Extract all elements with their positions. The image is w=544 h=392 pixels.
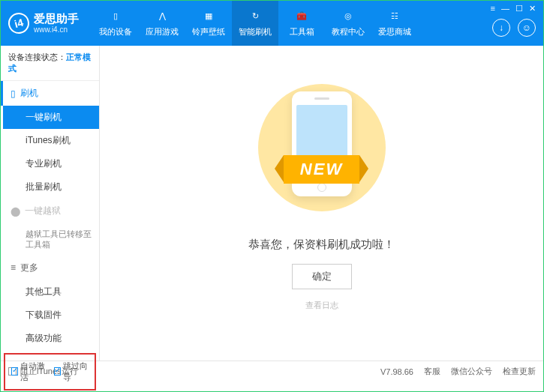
more-icon: ≡ bbox=[11, 262, 16, 273]
sidebar-item-more-2[interactable]: 高级功能 bbox=[3, 327, 99, 350]
banner-text: NEW bbox=[284, 155, 359, 184]
nav-icon: ▦ bbox=[202, 10, 215, 23]
sidebar-section-more[interactable]: ≡ 更多 bbox=[3, 256, 99, 280]
nav-item-5[interactable]: ◎教程中心 bbox=[325, 1, 371, 46]
footer-link-2[interactable]: 检查更新 bbox=[503, 366, 536, 377]
nav-icon: 🧰 bbox=[295, 10, 308, 23]
jailbreak-head-label: 一键越狱 bbox=[25, 205, 61, 217]
flash-head-label: 刷机 bbox=[20, 87, 38, 100]
sidebar: 设备连接状态：正常模式 ▯ 刷机 一键刷机iTunes刷机专业刷机批量刷机 ⬤ … bbox=[1, 46, 100, 361]
sidebar-item-flash-3[interactable]: 批量刷机 bbox=[3, 175, 99, 199]
sidebar-item-flash-0[interactable]: 一键刷机 bbox=[3, 106, 99, 129]
nav-label: 工具箱 bbox=[290, 26, 314, 37]
nav-label: 我的设备 bbox=[99, 26, 132, 37]
checkbox-box[interactable] bbox=[11, 367, 18, 376]
footer-link-1[interactable]: 微信公众号 bbox=[451, 366, 492, 377]
checkbox-box[interactable] bbox=[54, 367, 61, 376]
nav-icon: ◎ bbox=[341, 10, 355, 23]
nav-label: 铃声壁纸 bbox=[192, 26, 225, 37]
nav-item-1[interactable]: ⋀应用游戏 bbox=[139, 1, 185, 46]
sidebar-section-flash[interactable]: ▯ 刷机 bbox=[1, 81, 99, 106]
app-header: i4 爱思助手 www.i4.cn ▯我的设备⋀应用游戏▦铃声壁纸↻智能刷机🧰工… bbox=[1, 1, 543, 46]
logo-icon: i4 bbox=[6, 10, 32, 36]
more-head-label: 更多 bbox=[20, 262, 38, 274]
download-icon[interactable]: ↓ bbox=[492, 19, 510, 37]
phone-icon: ▯ bbox=[11, 88, 16, 99]
user-icon[interactable]: ☺ bbox=[518, 19, 536, 37]
nav-icon: ⋀ bbox=[155, 10, 169, 23]
sidebar-item-more-1[interactable]: 下载固件 bbox=[3, 304, 99, 327]
connection-status: 设备连接状态：正常模式 bbox=[1, 46, 99, 81]
jailbreak-note: 越狱工具已转移至工具箱 bbox=[3, 223, 99, 256]
main-content: NEW 恭喜您，保资料刷机成功啦！ 确定 查看日志 bbox=[100, 46, 543, 361]
success-message: 恭喜您，保资料刷机成功啦！ bbox=[248, 238, 395, 252]
block-itunes-label: 阻止iTunes运行 bbox=[20, 366, 78, 377]
nav-icon: ☷ bbox=[388, 10, 401, 23]
nav-item-4[interactable]: 🧰工具箱 bbox=[278, 1, 325, 46]
sidebar-item-flash-1[interactable]: iTunes刷机 bbox=[3, 129, 99, 152]
success-illustration: NEW bbox=[239, 80, 404, 215]
nav-icon: ↻ bbox=[248, 10, 262, 23]
close-icon[interactable]: ✕ bbox=[529, 4, 536, 13]
window-controls: ≡ — ☐ ✕ bbox=[491, 4, 536, 13]
nav-item-2[interactable]: ▦铃声壁纸 bbox=[185, 1, 232, 46]
sidebar-item-more-0[interactable]: 其他工具 bbox=[3, 280, 99, 304]
conn-label: 设备连接状态： bbox=[8, 52, 66, 61]
top-nav: ▯我的设备⋀应用游戏▦铃声壁纸↻智能刷机🧰工具箱◎教程中心☷爱思商城 bbox=[92, 1, 418, 46]
nav-label: 教程中心 bbox=[332, 26, 365, 37]
nav-icon: ▯ bbox=[109, 10, 122, 23]
footer-link-0[interactable]: 客服 bbox=[424, 366, 440, 377]
logo: i4 爱思助手 www.i4.cn bbox=[8, 12, 79, 34]
sidebar-item-flash-2[interactable]: 专业刷机 bbox=[3, 152, 99, 175]
app-subtitle: www.i4.cn bbox=[34, 25, 79, 34]
view-log-link[interactable]: 查看日志 bbox=[305, 300, 338, 311]
minimize-icon[interactable]: — bbox=[501, 4, 509, 13]
nav-label: 智能刷机 bbox=[239, 26, 272, 37]
app-title: 爱思助手 bbox=[34, 12, 79, 25]
nav-label: 应用游戏 bbox=[146, 26, 179, 37]
ok-button[interactable]: 确定 bbox=[292, 264, 352, 289]
nav-item-0[interactable]: ▯我的设备 bbox=[92, 1, 139, 46]
menu-icon[interactable]: ≡ bbox=[491, 4, 495, 13]
version-label: V7.98.66 bbox=[380, 367, 413, 376]
sidebar-section-jailbreak[interactable]: ⬤ 一键越狱 bbox=[3, 199, 99, 223]
nav-label: 爱思商城 bbox=[378, 26, 411, 37]
nav-item-6[interactable]: ☷爱思商城 bbox=[371, 1, 418, 46]
lock-icon: ⬤ bbox=[11, 206, 20, 217]
nav-item-3[interactable]: ↻智能刷机 bbox=[232, 1, 278, 46]
maximize-icon[interactable]: ☐ bbox=[515, 4, 523, 13]
